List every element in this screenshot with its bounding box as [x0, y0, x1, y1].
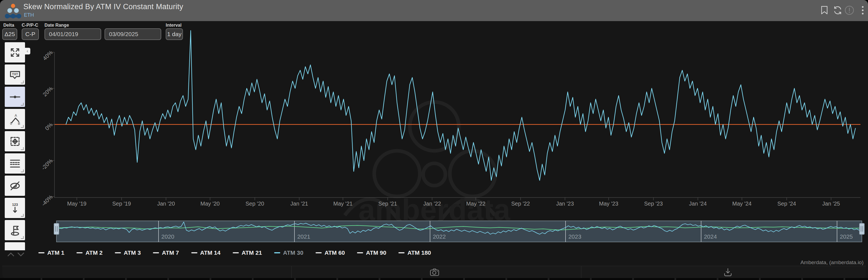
app-window: Skew Normalized By ATM IV Constant Matur…: [0, 0, 868, 280]
flag-marker-tool[interactable]: [5, 220, 25, 240]
x-axis-tick-label: May '23: [591, 201, 627, 207]
bookmark-icon[interactable]: [818, 4, 830, 16]
tool-expand-corner: [21, 103, 24, 106]
toolbar-collapse-button[interactable]: ‹: [25, 48, 30, 55]
tool-expand-corner: [21, 214, 24, 217]
line-styles-tool[interactable]: [5, 153, 25, 174]
eye-slash-icon: [9, 179, 22, 192]
legend-item-atm-60[interactable]: ATM 60: [316, 249, 345, 256]
chart-plot-area[interactable]: [55, 27, 861, 198]
header-bar: Skew Normalized By ATM IV Constant Matur…: [0, 0, 868, 21]
legend-dash: [357, 252, 363, 253]
text-annotation-tool[interactable]: TXT: [5, 64, 25, 85]
arc-measure-tool[interactable]: [5, 242, 25, 250]
x-axis-tick-label: Jan '20: [148, 201, 184, 207]
x-axis-tick-label: Sep '20: [237, 201, 273, 207]
legend-item-atm-7[interactable]: ATM 7: [153, 249, 179, 256]
legend-item-atm-30[interactable]: ATM 30: [274, 249, 303, 256]
download-icon[interactable]: [723, 268, 733, 277]
horizontal-line-tool[interactable]: [5, 87, 25, 107]
x-axis-tick-label: May '20: [192, 201, 228, 207]
legend-label: ATM 3: [124, 249, 141, 256]
text-bubble-icon: TXT: [9, 68, 22, 81]
legend-item-atm-14[interactable]: ATM 14: [191, 249, 220, 256]
x-axis-tick-label: Jan '23: [547, 201, 583, 207]
path-a-b-icon: AB0: [9, 113, 22, 126]
legend-item-atm-1[interactable]: ATM 1: [38, 249, 64, 256]
legend-label: ATM 180: [407, 249, 431, 256]
series-legend: ATM 1ATM 2ATM 3ATM 7ATM 14ATM 21ATM 30AT…: [38, 249, 431, 257]
select-move-tool[interactable]: [5, 131, 25, 151]
legend-dash: [38, 252, 44, 253]
navigator-right-handle[interactable]: [859, 223, 865, 236]
hide-drawings-tool[interactable]: [5, 176, 25, 196]
flag-icon: [9, 224, 22, 237]
tool-expand-corner: [21, 236, 24, 239]
legend-item-atm-3[interactable]: ATM 3: [115, 249, 141, 256]
tool-expand-corner: [21, 169, 24, 172]
legend-dash: [115, 252, 121, 253]
x-axis-tick-label: Jan '25: [813, 201, 849, 207]
footer-divider: [291, 266, 292, 278]
y-axis-tick-label: -20%: [34, 158, 54, 178]
x-axis-tick-label: Sep '22: [502, 201, 538, 207]
svg-text:A: A: [14, 114, 17, 117]
navigator-left-handle[interactable]: [52, 223, 58, 236]
amberdata-logo: [4, 2, 22, 20]
legend-dash: [316, 252, 322, 253]
legend-label: ATM 14: [200, 249, 220, 256]
legend-label: ATM 60: [324, 249, 345, 256]
refresh-icon[interactable]: [832, 4, 843, 16]
line-styles-icon: [9, 157, 22, 170]
x-axis-tick-label: Sep '23: [635, 201, 672, 207]
legend-dash: [233, 252, 239, 253]
toolbar-scroll-down-icon[interactable]: [17, 251, 25, 257]
cp-pc-select[interactable]: C-P: [22, 28, 39, 40]
selection-move-icon: [9, 135, 22, 148]
tool-expand-corner: [21, 80, 24, 83]
legend-item-atm-21[interactable]: ATM 21: [233, 249, 262, 256]
legend-dash: [76, 252, 83, 253]
legend-label: ATM 2: [85, 249, 102, 256]
numeric-annotation-tool[interactable]: 123: [5, 198, 25, 218]
expand-arrows-icon: [9, 46, 22, 59]
page-title: Skew Normalized By ATM IV Constant Matur…: [23, 2, 183, 11]
bottom-strip: [0, 278, 868, 280]
asset-label: ETH: [24, 12, 34, 18]
camera-icon[interactable]: [430, 268, 440, 277]
x-axis-tick-label: Jan '21: [281, 201, 317, 207]
info-icon[interactable]: [843, 4, 855, 16]
svg-text:123: 123: [12, 203, 18, 207]
expand-tool[interactable]: [5, 42, 25, 63]
legend-dash: [153, 252, 159, 253]
navigator-year-label: 2023: [568, 233, 581, 240]
path-ab-tool[interactable]: AB0: [5, 109, 25, 129]
legend-item-atm-2[interactable]: ATM 2: [76, 249, 102, 256]
legend-dash: [398, 252, 405, 253]
navigator-year-label: 2021: [297, 233, 310, 240]
toolbar-scroll-up-icon[interactable]: [7, 251, 15, 257]
navigator-year-label: 2024: [704, 233, 717, 240]
svg-text:B: B: [18, 122, 20, 126]
y-axis-tick-label: 40%: [34, 49, 54, 69]
y-axis-tick-label: 0%: [34, 121, 54, 142]
navigator-area[interactable]: [56, 221, 862, 242]
delta-select[interactable]: Δ25: [2, 28, 17, 40]
x-axis-tick-label: Jan '22: [414, 201, 450, 207]
x-axis-tick-label: Sep '24: [769, 201, 805, 207]
navigator-year-label: 2020: [161, 233, 174, 240]
legend-label: ATM 90: [366, 249, 386, 256]
attribution-text: Amberdata, (amberdata.io): [800, 259, 864, 266]
legend-label: ATM 30: [283, 249, 303, 256]
footer-divider: [581, 266, 581, 278]
cp-pc-label: C-P/P-C: [22, 23, 38, 28]
kebab-menu-icon[interactable]: [857, 4, 868, 16]
navigator-year-label: 2025: [840, 233, 853, 240]
x-axis-tick-label: May '21: [325, 201, 361, 207]
drawing-toolbar: TXTAB0123: [5, 42, 25, 250]
legend-item-atm-90[interactable]: ATM 90: [357, 249, 386, 256]
y-axis-tick-label: 20%: [34, 85, 54, 106]
x-axis-tick-label: Sep '21: [370, 201, 406, 207]
legend-item-atm-180[interactable]: ATM 180: [398, 249, 431, 256]
x-axis-tick-label: Sep '19: [103, 201, 140, 207]
